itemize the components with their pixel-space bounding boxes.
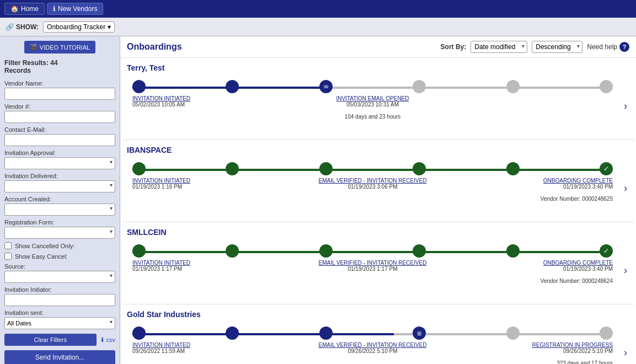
show-tracker-select[interactable]: Onboarding Tracker ▾ xyxy=(43,22,115,33)
email-verified-link-goldstar[interactable]: EMAIL VERIFIED - INVITATION RECEIVED xyxy=(319,342,427,348)
csv-label: csv xyxy=(106,336,116,343)
top-nav: 🏠 Home ℹ New Vendors xyxy=(0,0,636,18)
vendor-name-filter: Vendor Name: xyxy=(4,80,115,100)
node-2-goldstar xyxy=(226,326,239,340)
label-3-goldstar: REGISTRATION IN PROGRESS 09/26/2022 5:10… xyxy=(453,342,613,364)
arrow-right-terry[interactable]: › xyxy=(624,100,627,112)
label-3-smllcein: ONBOARDING COMPLETE 01/19/2023 3:40 PM V… xyxy=(453,260,613,284)
home-button[interactable]: 🏠 Home xyxy=(4,3,45,15)
home-label: Home xyxy=(21,5,39,13)
label-1-ibanspace: INVITATION INITIATED 01/19/2023 1:16 PM xyxy=(132,178,292,202)
content-header: Onboardings Sort By: Date modified Vendo… xyxy=(120,36,636,58)
csv-button[interactable]: ⬇ csv xyxy=(100,336,116,344)
arrow-right-goldstar[interactable]: › xyxy=(624,347,627,358)
email-verified-link-smllcein[interactable]: EMAIL VERIFIED - INVITATION RECEIVED xyxy=(319,260,427,266)
node-2-smllcein xyxy=(226,244,239,258)
sort-by-label: Sort By: xyxy=(441,43,467,51)
invitation-approval-select[interactable] xyxy=(4,157,115,169)
node-5-ibanspace xyxy=(506,162,520,175)
clear-filters-button[interactable]: Clear Filters xyxy=(4,334,97,346)
show-text: SHOW: xyxy=(16,23,39,31)
invitation-initiated-link-terry[interactable]: INVITATION INITIATED xyxy=(132,95,190,101)
need-help-section: Need help ? xyxy=(587,42,629,52)
new-vendors-label: New Vendors xyxy=(58,5,97,13)
vendor-name-input[interactable] xyxy=(4,88,115,100)
node-4-smllcein xyxy=(413,244,426,258)
sort-field-select[interactable]: Date modified Vendor Name Status xyxy=(471,41,527,53)
label-2-smllcein: EMAIL VERIFIED - INVITATION RECEIVED 01/… xyxy=(292,260,452,284)
node-2-terry xyxy=(226,80,239,93)
send-invitation-button[interactable]: Send Invitation... xyxy=(4,350,115,364)
invitation-sent-label: Invitation sent: xyxy=(4,309,115,316)
show-cancelled-row: Show Cancelled Only: xyxy=(4,242,115,249)
help-icon[interactable]: ? xyxy=(619,42,629,52)
invitation-delivered-filter: Invitation Delivered: xyxy=(4,173,115,192)
sort-order-wrapper: Descending Ascending xyxy=(532,41,582,53)
vendor-number-label: Vendor #: xyxy=(4,103,115,110)
invitation-sent-filter: Invitation sent: All Dates xyxy=(4,309,115,329)
records-label: Records xyxy=(4,67,31,74)
invitation-initiated-link-ibanspace[interactable]: INVITATION INITIATED xyxy=(132,178,190,184)
vendor-card-ibanspace: IBANSPACE ✓ INVITATION INITIATED xyxy=(122,140,634,222)
invitation-sent-select[interactable]: All Dates xyxy=(4,317,115,329)
sort-field-wrapper: Date modified Vendor Name Status xyxy=(471,41,527,53)
show-cancelled-checkbox[interactable] xyxy=(4,242,12,249)
registration-form-label: Registration Form: xyxy=(4,219,115,226)
registration-form-select[interactable] xyxy=(4,227,115,239)
video-icon: 🎬 xyxy=(30,44,38,51)
sidebar-actions: Clear Filters ⬇ csv xyxy=(4,334,115,346)
node-3-smllcein xyxy=(319,244,333,258)
invitation-initiator-input[interactable] xyxy=(4,294,115,306)
node-3-terry-email: ✉ xyxy=(319,80,333,93)
registration-progress-link-goldstar[interactable]: REGISTRATION IN PROGRESS xyxy=(532,342,613,348)
onboarding-complete-link-ibanspace[interactable]: ONBOARDING COMPLETE xyxy=(543,178,613,184)
node-4-goldstar-grid: ⊞ xyxy=(413,326,426,340)
label-1-goldstar: INVITATION INITIATED 09/26/2022 11:59 AM xyxy=(132,342,292,364)
account-created-filter: Account Created: xyxy=(4,196,115,216)
invitation-delivered-select[interactable] xyxy=(4,180,115,192)
arrow-right-smllcein[interactable]: › xyxy=(624,265,627,276)
node-6-goldstar xyxy=(600,326,613,340)
sidebar: 🎬 VIDEO TUTORIAL Filter Results: 44 Reco… xyxy=(0,36,120,364)
node-3-goldstar xyxy=(319,326,333,340)
show-icon-label: 🔗 SHOW: xyxy=(6,23,39,31)
invitation-initiator-label: Invitation Initiator: xyxy=(4,286,115,293)
invitation-initiated-link-smllcein[interactable]: INVITATION INITIATED xyxy=(132,260,190,266)
node-1-goldstar xyxy=(132,326,146,340)
new-vendors-button[interactable]: ℹ New Vendors xyxy=(47,3,103,15)
arrow-right-ibanspace[interactable]: › xyxy=(624,183,627,194)
show-selected-value: Onboarding Tracker xyxy=(47,23,105,31)
node-3-ibanspace xyxy=(319,162,333,175)
account-created-select[interactable] xyxy=(4,204,115,216)
filter-results: Filter Results: 44 Records xyxy=(4,59,115,74)
filter-results-label: Filter Results: xyxy=(4,59,49,67)
vendor-card-smllcein: SMLLCEIN ✓ INVITATION INITIATED xyxy=(122,222,634,304)
source-select[interactable] xyxy=(4,271,115,283)
show-cancelled-label: Show Cancelled Only: xyxy=(15,243,74,249)
show-easy-cancel-row: Show Easy Cancel: xyxy=(4,253,115,260)
show-easy-cancel-checkbox[interactable] xyxy=(4,253,12,260)
show-easy-cancel-label: Show Easy Cancel: xyxy=(15,253,67,260)
account-created-label: Account Created: xyxy=(4,196,115,202)
node-6-terry xyxy=(600,80,613,93)
contact-email-input[interactable] xyxy=(4,134,115,146)
vendor-card-terry: Terry, Test ✉ INVITATION INITIATED xyxy=(122,58,634,140)
email-opened-link-terry[interactable]: INVITATION EMAIL OPENED xyxy=(336,95,409,101)
video-tutorial-button[interactable]: 🎬 VIDEO TUTORIAL xyxy=(24,41,95,53)
sort-controls: Sort By: Date modified Vendor Name Statu… xyxy=(441,41,629,53)
node-6-ibanspace: ✓ xyxy=(600,162,613,175)
node-4-ibanspace xyxy=(413,162,426,175)
node-5-goldstar xyxy=(506,326,520,340)
video-tutorial-label: VIDEO TUTORIAL xyxy=(40,44,90,51)
sort-order-select[interactable]: Descending Ascending xyxy=(532,41,582,53)
contact-email-filter: Contact E-Mail: xyxy=(4,126,115,146)
vendor-number-input[interactable] xyxy=(4,111,115,123)
invitation-initiator-filter: Invitation Initiator: xyxy=(4,286,115,306)
home-icon: 🏠 xyxy=(10,5,19,13)
onboarding-complete-link-smllcein[interactable]: ONBOARDING COMPLETE xyxy=(543,260,613,266)
info-icon: ℹ xyxy=(53,5,56,13)
vendor-name-ibanspace: IBANSPACE xyxy=(127,146,629,154)
email-verified-link-ibanspace[interactable]: EMAIL VERIFIED - INVITATION RECEIVED xyxy=(319,178,427,184)
onboarding-list: Terry, Test ✉ INVITATION INITIATED xyxy=(120,58,636,364)
invitation-initiated-link-goldstar[interactable]: INVITATION INITIATED xyxy=(132,342,190,348)
